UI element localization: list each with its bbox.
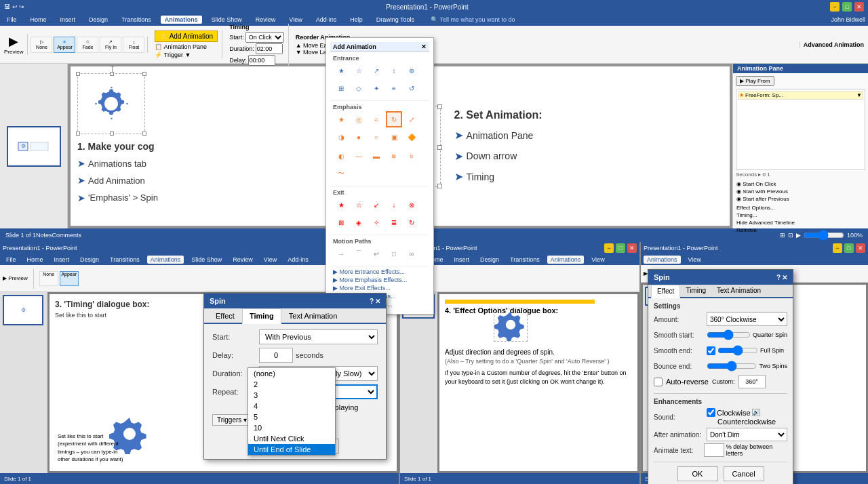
mp-loops[interactable]: ∞ <box>403 245 420 262</box>
emph-bold-reveal[interactable]: b <box>403 148 420 164</box>
anim-wipe[interactable]: ⊞ <box>333 80 349 96</box>
exit-shape[interactable]: ◈ <box>351 214 367 230</box>
anim-list-item-1[interactable]: ★ FreeForm: Sp... ▼ <box>738 91 863 100</box>
custom-degrees-input[interactable] <box>738 375 766 388</box>
hide-advanced-item[interactable]: Hide Advanced Timeline <box>736 219 865 226</box>
amount-select[interactable]: 360° Clockwise Quarter Spin Half Spin Fu… <box>707 312 787 326</box>
bl-tab-slideshow[interactable]: Slide Show <box>188 256 225 264</box>
effect-tab-timing[interactable]: Timing <box>680 285 711 297</box>
br-tab-view[interactable]: View <box>685 256 705 264</box>
emph-teeter[interactable]: ≈ <box>368 111 384 127</box>
emph-line-color[interactable]: — <box>351 148 367 164</box>
animation-fade[interactable]: ☆Fade <box>77 37 98 53</box>
anim-grow-turn[interactable]: ↺ <box>403 80 420 96</box>
emph-lighten[interactable]: ○ <box>368 129 384 145</box>
repeat-option-none[interactable]: (none) <box>248 368 335 379</box>
bm-tab-insert[interactable]: Insert <box>451 256 473 264</box>
tab-drawing[interactable]: Drawing Tools <box>372 16 418 24</box>
bm-tab-design[interactable]: Design <box>477 256 502 264</box>
tell-me-box[interactable]: 🔍 Tell me what you want to do <box>431 16 515 23</box>
exit-split[interactable]: ⊗ <box>403 197 420 213</box>
effect-tab-text[interactable]: Text Animation <box>711 285 766 297</box>
exit-fly-out[interactable]: ↙ <box>368 197 384 213</box>
bl-anim-appear[interactable]: Appear <box>60 271 79 286</box>
start-select[interactable]: With Previous On Click After Previous <box>259 329 378 344</box>
notes-btn[interactable]: Notes <box>36 232 52 239</box>
bm-tab-transitions[interactable]: Transitions <box>507 256 543 264</box>
emph-fill-color[interactable]: ▬ <box>368 148 384 164</box>
tab-slideshow[interactable]: Slide Show <box>208 16 246 24</box>
add-animation-btn[interactable]: ⭐ Add Animation <box>155 31 218 42</box>
tab-animations[interactable]: Animations <box>161 16 202 24</box>
tab-view[interactable]: View <box>285 16 306 24</box>
trigger-btn[interactable]: ⚡ Trigger ▼ <box>155 52 218 58</box>
repeat-option-10[interactable]: 10 <box>248 422 335 433</box>
tab-transitions[interactable]: Transitions <box>117 16 155 24</box>
preview-btn[interactable]: ▶ Preview <box>4 34 23 55</box>
mp-shapes[interactable]: □ <box>386 245 402 262</box>
tab-file[interactable]: File <box>3 16 21 24</box>
maximize-button[interactable]: □ <box>842 2 852 12</box>
effect-options-item[interactable]: Effect Options... <box>736 204 865 211</box>
repeat-option-until-next[interactable]: Until Next Click <box>248 433 335 444</box>
anim-appear[interactable]: ★ <box>333 62 349 79</box>
bm-close[interactable]: ✕ <box>627 243 637 253</box>
repeat-option-until-end[interactable]: Until End of Slide <box>248 444 335 455</box>
exit-wheel[interactable]: ✧ <box>368 214 384 230</box>
anim-fade[interactable]: ☆ <box>351 62 367 79</box>
bounce-end-slider[interactable] <box>707 359 757 373</box>
emph-pulse[interactable]: ★ <box>333 111 349 127</box>
animation-none[interactable]: ▷None <box>31 37 52 53</box>
repeat-option-2[interactable]: 2 <box>248 379 335 390</box>
effect-close-btn[interactable]: ✕ <box>782 274 787 281</box>
animation-float[interactable]: ↕Float <box>123 37 144 53</box>
emph-darken[interactable]: ● <box>351 129 367 145</box>
slide-thumbnail[interactable]: ⚙ <box>7 126 61 167</box>
br-maximize[interactable]: □ <box>844 243 854 253</box>
dropdown-close[interactable]: ✕ <box>421 43 427 50</box>
effect-cancel-btn[interactable]: Cancel <box>724 466 764 481</box>
bl-tab-transitions[interactable]: Transitions <box>106 256 143 264</box>
exit-shrink[interactable]: ↻ <box>403 214 420 230</box>
timing-item[interactable]: Timing... <box>736 211 865 219</box>
br-minimize[interactable]: − <box>833 243 842 253</box>
exit-fade[interactable]: ☆ <box>351 197 367 213</box>
comments-btn[interactable]: Comments <box>52 232 82 239</box>
spin-tab-text-anim[interactable]: Text Animation <box>281 308 345 324</box>
spin-tab-timing[interactable]: Timing <box>242 308 281 324</box>
auto-reverse-checkbox[interactable] <box>654 378 663 386</box>
more-entrance-link[interactable]: ▶ More Entrance Effects... <box>333 268 427 276</box>
bl-preview[interactable]: ▶ Preview <box>3 275 28 281</box>
bl-tab-animations[interactable]: Animations <box>147 256 184 264</box>
emph-desaturate[interactable]: ◑ <box>333 129 349 145</box>
duration-input[interactable] <box>256 43 283 54</box>
spin-close-btn[interactable]: ✕ <box>375 298 380 305</box>
exit-float[interactable]: ↓ <box>386 197 402 213</box>
rotation-handle[interactable] <box>110 66 115 67</box>
tab-home[interactable]: Home <box>26 16 51 24</box>
emph-wave[interactable]: 〜 <box>333 165 349 182</box>
slideshow-btn[interactable]: ▶ <box>796 232 801 239</box>
bl-tab-insert[interactable]: Insert <box>51 256 73 264</box>
more-exit-link[interactable]: ▶ More Exit Effects... <box>333 284 427 292</box>
animation-pane-btn[interactable]: 📋 Animation Pane <box>155 43 218 50</box>
mp-lines[interactable]: → <box>333 245 349 262</box>
zoom-slider[interactable] <box>804 232 844 239</box>
exit-random[interactable]: ≣ <box>386 214 402 230</box>
bl-tab-view[interactable]: View <box>260 256 280 264</box>
effect-ok-btn[interactable]: OK <box>677 466 718 481</box>
smooth-end-checkbox[interactable] <box>707 346 715 355</box>
animation-fly-in[interactable]: ↗Fly In <box>100 37 121 53</box>
clockwise-check[interactable] <box>707 408 715 417</box>
minimize-button[interactable]: − <box>830 2 840 12</box>
close-button[interactable]: ✕ <box>854 2 864 12</box>
anim-fly[interactable]: ↗ <box>368 62 384 79</box>
normal-view-btn[interactable]: ⊞ <box>780 232 785 239</box>
tab-design[interactable]: Design <box>85 16 112 24</box>
slide-sorter-btn[interactable]: ⊡ <box>788 232 793 239</box>
br-close[interactable]: ✕ <box>856 243 865 253</box>
effect-tab-effect[interactable]: Effect <box>651 285 680 298</box>
mp-turns[interactable]: ↩ <box>368 245 384 262</box>
animation-appear[interactable]: ★Appear <box>54 37 75 53</box>
br-tab-animations[interactable]: Animations <box>644 256 681 264</box>
